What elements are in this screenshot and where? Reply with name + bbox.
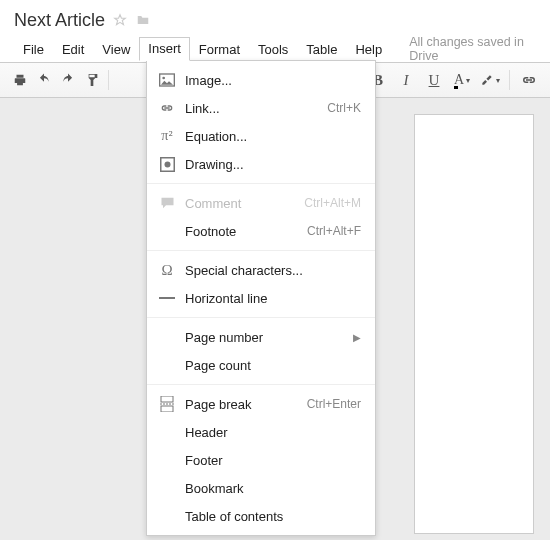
text-color-button[interactable]: A▾: [449, 68, 475, 92]
save-status: All changes saved in Drive: [409, 35, 540, 63]
blank-icon: [157, 452, 177, 468]
menu-help[interactable]: Help: [346, 38, 391, 61]
menu-item-toc[interactable]: Table of contents: [147, 502, 375, 530]
menu-item-horizontal-line[interactable]: Horizontal line: [147, 284, 375, 312]
blank-icon: [157, 480, 177, 496]
svg-point-1: [162, 77, 165, 80]
menu-item-label: Drawing...: [185, 157, 361, 172]
star-icon[interactable]: [113, 13, 127, 27]
menu-format[interactable]: Format: [190, 38, 249, 61]
menu-item-label: Equation...: [185, 129, 361, 144]
menu-item-header[interactable]: Header: [147, 418, 375, 446]
menu-shortcut: Ctrl+K: [327, 101, 361, 115]
menu-file[interactable]: File: [14, 38, 53, 61]
menu-item-label: Footnote: [185, 224, 307, 239]
redo-button[interactable]: [56, 68, 80, 92]
menu-item-page-count[interactable]: Page count: [147, 351, 375, 379]
menu-table[interactable]: Table: [297, 38, 346, 61]
toolbar-separator: [509, 70, 510, 90]
underline-button[interactable]: U: [421, 68, 447, 92]
hline-icon: [157, 290, 177, 306]
menu-item-label: Table of contents: [185, 509, 361, 524]
comment-icon: [157, 195, 177, 211]
folder-icon[interactable]: [135, 13, 151, 27]
menu-separator: [147, 250, 375, 251]
blank-icon: [157, 223, 177, 239]
menu-item-image[interactable]: Image...: [147, 66, 375, 94]
blank-icon: [157, 508, 177, 524]
blank-icon: [157, 357, 177, 373]
menu-shortcut: Ctrl+Enter: [307, 397, 361, 411]
svg-rect-5: [161, 396, 173, 402]
undo-button[interactable]: [32, 68, 56, 92]
omega-icon: Ω: [157, 262, 177, 278]
menu-item-drawing[interactable]: Drawing...: [147, 150, 375, 178]
svg-point-3: [164, 161, 170, 167]
menu-insert[interactable]: Insert: [139, 37, 190, 61]
svg-rect-4: [159, 297, 175, 299]
equation-icon: π²: [157, 128, 177, 144]
svg-rect-6: [161, 406, 173, 412]
menu-shortcut: Ctrl+Alt+F: [307, 224, 361, 238]
menu-view[interactable]: View: [93, 38, 139, 61]
insert-link-button[interactable]: [516, 68, 542, 92]
menu-item-page-number[interactable]: Page number ▶: [147, 323, 375, 351]
menu-item-label: Image...: [185, 73, 361, 88]
menu-item-label: Header: [185, 425, 361, 440]
menu-bar: File Edit View Insert Format Tools Table…: [14, 34, 540, 62]
document-page[interactable]: [414, 114, 534, 534]
italic-button[interactable]: I: [393, 68, 419, 92]
print-button[interactable]: [8, 68, 32, 92]
menu-edit[interactable]: Edit: [53, 38, 93, 61]
menu-item-footer[interactable]: Footer: [147, 446, 375, 474]
menu-item-page-break[interactable]: Page break Ctrl+Enter: [147, 390, 375, 418]
blank-icon: [157, 329, 177, 345]
submenu-arrow-icon: ▶: [353, 332, 361, 343]
menu-item-comment: Comment Ctrl+Alt+M: [147, 189, 375, 217]
blank-icon: [157, 424, 177, 440]
image-icon: [157, 72, 177, 88]
paint-format-button[interactable]: [80, 68, 104, 92]
menu-separator: [147, 317, 375, 318]
menu-separator: [147, 384, 375, 385]
menu-item-footnote[interactable]: Footnote Ctrl+Alt+F: [147, 217, 375, 245]
highlight-button[interactable]: ▾: [477, 68, 503, 92]
menu-item-special-chars[interactable]: Ω Special characters...: [147, 256, 375, 284]
menu-item-bookmark[interactable]: Bookmark: [147, 474, 375, 502]
document-title[interactable]: Next Article: [14, 10, 105, 31]
title-row: Next Article: [14, 6, 540, 34]
menu-item-label: Bookmark: [185, 481, 361, 496]
menu-item-label: Special characters...: [185, 263, 361, 278]
menu-item-label: Horizontal line: [185, 291, 361, 306]
drawing-icon: [157, 156, 177, 172]
insert-menu-dropdown: Image... Link... Ctrl+K π² Equation... D…: [146, 60, 376, 536]
menu-item-label: Page count: [185, 358, 361, 373]
menu-item-label: Page break: [185, 397, 307, 412]
menu-shortcut: Ctrl+Alt+M: [304, 196, 361, 210]
menu-separator: [147, 183, 375, 184]
menu-item-label: Page number: [185, 330, 353, 345]
menu-item-equation[interactable]: π² Equation...: [147, 122, 375, 150]
menu-tools[interactable]: Tools: [249, 38, 297, 61]
menu-item-label: Link...: [185, 101, 327, 116]
page-break-icon: [157, 396, 177, 412]
menu-item-label: Comment: [185, 196, 304, 211]
menu-item-label: Footer: [185, 453, 361, 468]
toolbar-separator: [108, 70, 109, 90]
menu-item-link[interactable]: Link... Ctrl+K: [147, 94, 375, 122]
link-icon: [157, 100, 177, 116]
app-header: Next Article File Edit View Insert Forma…: [0, 0, 550, 62]
